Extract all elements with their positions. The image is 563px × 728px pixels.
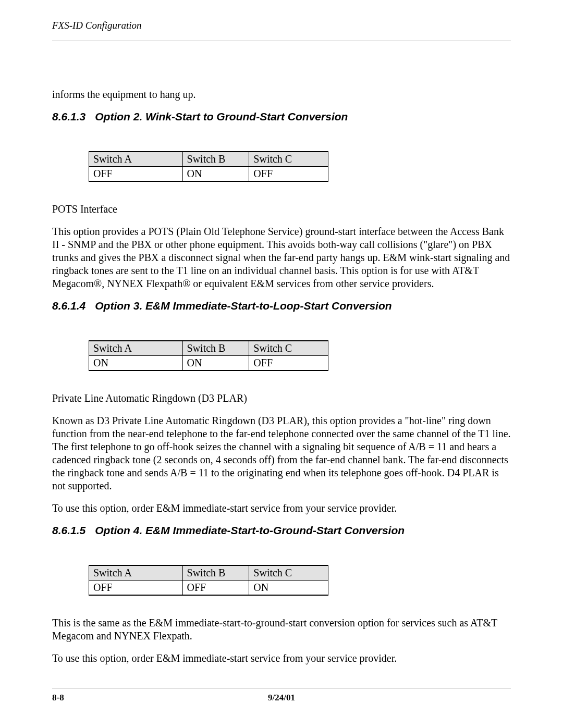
switch-table-8614: Switch A Switch B Switch C ON ON OFF xyxy=(89,340,328,371)
switch-table-8613: Switch A Switch B Switch C OFF ON OFF xyxy=(89,151,328,182)
col-header: Switch B xyxy=(182,565,249,581)
intro-continued: informs the equipment to hang up. xyxy=(52,88,511,101)
heading-title: Option 2. Wink-Start to Ground-Start Con… xyxy=(95,110,348,122)
col-header: Switch C xyxy=(249,152,328,167)
paragraph: This option provides a POTS (Plain Old T… xyxy=(52,225,511,290)
table-cell: OFF xyxy=(182,581,249,596)
heading-number: 8.6.1.3 xyxy=(52,110,85,123)
table-row: OFF ON OFF xyxy=(89,167,328,182)
heading-number: 8.6.1.4 xyxy=(52,300,85,312)
table-row: ON ON OFF xyxy=(89,356,328,371)
heading-number: 8.6.1.5 xyxy=(52,524,85,537)
heading-8613: 8.6.1.3Option 2. Wink-Start to Ground-St… xyxy=(52,110,511,123)
footer-rule xyxy=(52,688,511,688)
paragraph: Private Line Automatic Ringdown (D3 PLAR… xyxy=(52,392,511,405)
table-cell: OFF xyxy=(89,581,183,596)
table-cell: OFF xyxy=(89,167,183,182)
table-header-row: Switch A Switch B Switch C xyxy=(89,152,328,167)
table-cell: OFF xyxy=(249,167,328,182)
paragraph: To use this option, order E&M immediate-… xyxy=(52,652,511,665)
col-header: Switch C xyxy=(249,341,328,356)
header-rule xyxy=(52,41,511,41)
col-header: Switch C xyxy=(249,565,328,581)
running-header: FXS-ID Configuration xyxy=(52,20,511,31)
table-header-row: Switch A Switch B Switch C xyxy=(89,565,328,581)
heading-8614: 8.6.1.4Option 3. E&M Immediate-Start-to-… xyxy=(52,300,511,312)
col-header: Switch B xyxy=(182,341,249,356)
table-cell: OFF xyxy=(249,356,328,371)
col-header: Switch A xyxy=(89,152,183,167)
col-header: Switch A xyxy=(89,341,183,356)
paragraph: To use this option, order E&M immediate-… xyxy=(52,502,511,515)
paragraph: Known as D3 Private Line Automatic Ringd… xyxy=(52,414,511,492)
table-cell: ON xyxy=(182,356,249,371)
heading-8615: 8.6.1.5Option 4. E&M Immediate-Start-to-… xyxy=(52,524,511,537)
switch-table-8615: Switch A Switch B Switch C OFF OFF ON xyxy=(89,565,328,596)
footer-page-number: 8-8 xyxy=(52,693,64,703)
table-header-row: Switch A Switch B Switch C xyxy=(89,341,328,356)
col-header: Switch B xyxy=(182,152,249,167)
page-footer: 8-8 9/24/01 . xyxy=(52,688,511,703)
heading-title: Option 4. E&M Immediate-Start-to-Ground-… xyxy=(95,524,405,536)
footer-date: 9/24/01 xyxy=(52,693,511,703)
paragraph: This is the same as the E&M immediate-st… xyxy=(52,616,511,643)
table-row: OFF OFF ON xyxy=(89,581,328,596)
paragraph: POTS Interface xyxy=(52,203,511,216)
table-cell: ON xyxy=(182,167,249,182)
heading-title: Option 3. E&M Immediate-Start-to-Loop-St… xyxy=(95,300,391,312)
table-cell: ON xyxy=(89,356,183,371)
col-header: Switch A xyxy=(89,565,183,581)
table-cell: ON xyxy=(249,581,328,596)
